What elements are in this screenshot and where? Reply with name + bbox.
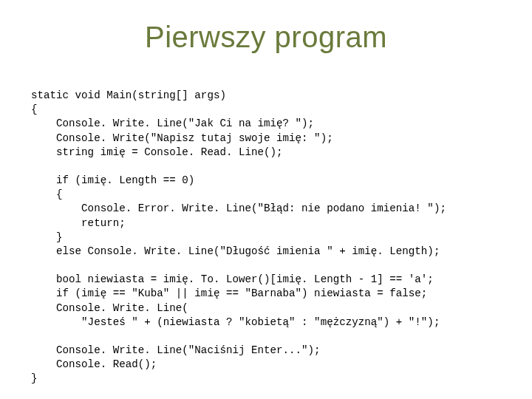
code-line: else Console. Write. Line("Długość imien…: [31, 245, 440, 257]
slide-title: Pierwszy program: [0, 21, 532, 54]
code-line: static void Main(string[] args): [31, 89, 226, 101]
code-line: Console. Write. Line(: [31, 302, 188, 314]
code-line: if (imię. Length == 0): [31, 174, 194, 186]
code-line: }: [31, 231, 63, 243]
code-line: "Jesteś " + (niewiasta ? "kobietą" : "mę…: [31, 316, 440, 328]
code-line: return;: [31, 217, 126, 229]
code-block: static void Main(string[] args) { Consol…: [31, 89, 501, 386]
code-line: bool niewiasta = imię. To. Lower()[imię.…: [31, 273, 434, 285]
code-line: string imię = Console. Read. Line();: [31, 146, 283, 158]
slide: Pierwszy program static void Main(string…: [0, 0, 532, 399]
code-line: Console. Write. Line("Jak Ci na imię? ")…: [31, 117, 314, 129]
code-line: if (imię == "Kuba" || imię == "Barnaba")…: [31, 287, 427, 299]
code-line: Console. Write("Napisz tutaj swoje imię:…: [31, 132, 333, 144]
code-line: {: [31, 103, 38, 115]
code-line: Console. Write. Line("Naciśnij Enter..."…: [31, 344, 321, 356]
code-line: Console. Read();: [31, 358, 157, 370]
code-line: Console. Error. Write. Line("Błąd: nie p…: [31, 202, 446, 214]
code-line: }: [31, 372, 38, 384]
code-line: {: [31, 188, 63, 200]
